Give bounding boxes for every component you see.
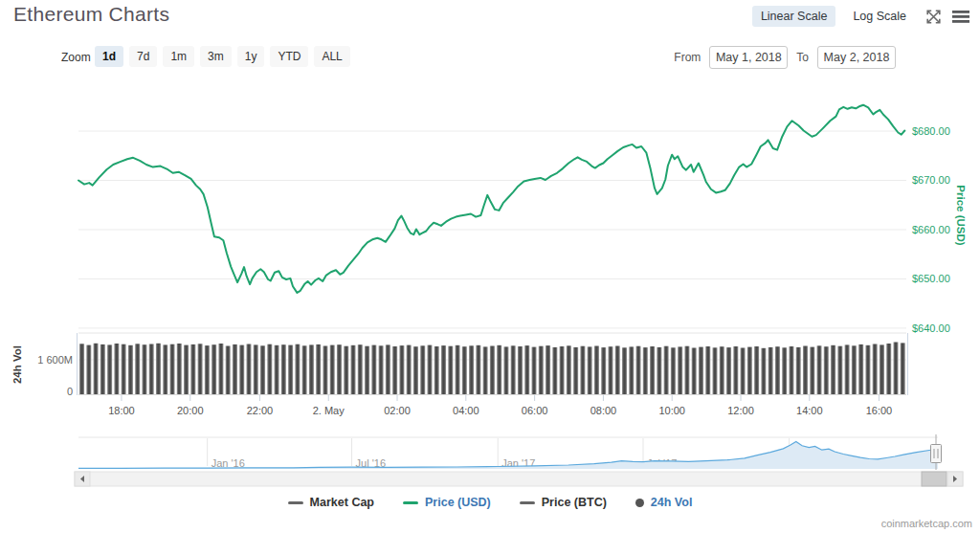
volume-bar <box>726 347 731 394</box>
volume-bar <box>893 343 898 395</box>
scrollbar-track[interactable] <box>75 472 963 486</box>
volume-bar <box>413 346 418 394</box>
zoom-button-all[interactable]: ALL <box>314 46 349 67</box>
volume-bar <box>420 345 425 394</box>
scrollbar-thumb[interactable] <box>922 472 947 486</box>
volume-bar <box>671 347 676 394</box>
time-axis-label: 2. May <box>313 405 345 416</box>
volume-bar <box>239 345 244 394</box>
volume-bar <box>441 345 446 394</box>
volume-bar <box>560 346 565 394</box>
volume-bar <box>636 346 641 394</box>
time-axis-label: 06:00 <box>522 405 548 416</box>
volume-bar <box>539 346 544 394</box>
volume-bar <box>546 345 550 394</box>
zoom-button-1y[interactable]: 1y <box>237 46 265 67</box>
volume-bar <box>170 344 175 394</box>
volume-bar <box>622 347 627 394</box>
volume-bar <box>761 348 766 394</box>
volume-bar <box>657 347 661 394</box>
time-axis-label: 12:00 <box>727 405 754 416</box>
volume-bar <box>518 346 523 394</box>
volume-bar <box>768 347 773 394</box>
legend-item-label: Market Cap <box>310 496 374 509</box>
volume-bar <box>552 347 557 394</box>
volume-bar <box>803 346 808 395</box>
volume-bar <box>845 344 850 394</box>
volume-bar <box>858 344 863 394</box>
volume-bar <box>712 347 717 394</box>
volume-bar <box>288 345 293 394</box>
watermark: coinmarketcap.com <box>881 518 972 529</box>
volume-bar <box>100 344 105 394</box>
from-date-input[interactable] <box>709 46 788 69</box>
time-axis-label: 10:00 <box>658 405 685 416</box>
volume-bar <box>865 345 870 394</box>
price-axis-label: $670.00 <box>912 174 950 186</box>
volume-bar <box>337 344 342 394</box>
volume-bar <box>852 345 857 394</box>
volume-axis-label: 0 <box>67 386 73 397</box>
zoom-button-7d[interactable]: 7d <box>129 46 157 67</box>
volume-bar <box>741 348 746 395</box>
menu-icon[interactable] <box>951 7 970 26</box>
charts-svg[interactable]: $680.00$670.00$660.00$650.00$640.00Price… <box>0 0 980 533</box>
time-axis-label: 22:00 <box>247 405 274 416</box>
legend-item-label: 24h Vol <box>651 496 693 509</box>
legend-item-24h-vol[interactable]: 24h Vol <box>635 496 693 509</box>
volume-bar <box>901 343 905 394</box>
volume-bar <box>295 344 300 394</box>
volume-bar <box>330 345 335 394</box>
volume-bar <box>782 347 787 394</box>
volume-bar <box>407 345 412 394</box>
volume-bar <box>281 344 286 394</box>
volume-bar <box>692 348 697 395</box>
to-date-input[interactable] <box>817 46 896 69</box>
header: Ethereum Charts Linear Scale Log Scale <box>13 2 970 31</box>
volume-bar <box>448 346 453 394</box>
volume-bar <box>114 344 119 394</box>
page-title: Ethereum Charts <box>13 3 169 26</box>
volume-bar <box>796 347 801 394</box>
volume-bar <box>831 345 835 394</box>
legend-item-price-btc[interactable]: Price (BTC) <box>520 496 607 509</box>
time-axis-label: 04:00 <box>453 405 479 416</box>
zoom-button-1d[interactable]: 1d <box>95 46 123 67</box>
legend-item-price-usd[interactable]: Price (USD) <box>403 496 491 509</box>
volume-bar <box>260 345 265 394</box>
fullscreen-expand-icon[interactable] <box>924 7 943 26</box>
volume-bar <box>789 346 793 394</box>
volume-bar <box>163 344 167 394</box>
linear-scale-button[interactable]: Linear Scale <box>752 6 836 27</box>
volume-bar <box>615 346 620 395</box>
zoom-button-3m[interactable]: 3m <box>200 46 232 67</box>
price-axis-label: $660.00 <box>912 224 950 235</box>
chart-scrollbar[interactable] <box>75 472 963 486</box>
volume-bar <box>573 347 578 394</box>
volume-bar <box>678 346 682 394</box>
volume-bar <box>601 347 606 394</box>
volume-bar <box>873 344 878 395</box>
time-axis-label: 08:00 <box>590 405 617 416</box>
navigator-handle[interactable] <box>931 445 942 463</box>
legend-item-market-cap[interactable]: Market Cap <box>288 496 374 509</box>
volume-bar <box>142 344 146 394</box>
volume-bar <box>684 346 689 394</box>
price-usd-line[interactable] <box>78 105 904 293</box>
zoom-button-ytd[interactable]: YTD <box>270 46 308 67</box>
price-axis-label: $640.00 <box>912 322 950 334</box>
volume-bar <box>503 346 508 394</box>
time-axis: 18:0020:0022:002. May02:0004:0006:0008:0… <box>108 395 892 416</box>
history-navigator[interactable]: Jan '16Jul '16Jan '17Jul '17Jan '18 <box>78 434 942 470</box>
volume-bar <box>379 345 384 394</box>
volume-bar <box>267 344 272 394</box>
price-pane: $680.00$670.00$660.00$650.00$640.00Price… <box>78 105 967 334</box>
legend: Market CapPrice (USD)Price (BTC)24h Vol <box>0 496 980 509</box>
log-scale-button[interactable]: Log Scale <box>844 6 915 27</box>
zoom-button-1m[interactable]: 1m <box>163 46 194 67</box>
volume-bar <box>79 344 84 394</box>
zoom-range-buttons: 1d7d1m3m1yYTDALL <box>95 46 350 67</box>
volume-bar <box>302 345 307 394</box>
volume-bar <box>476 345 480 394</box>
volume-bar <box>323 346 327 395</box>
